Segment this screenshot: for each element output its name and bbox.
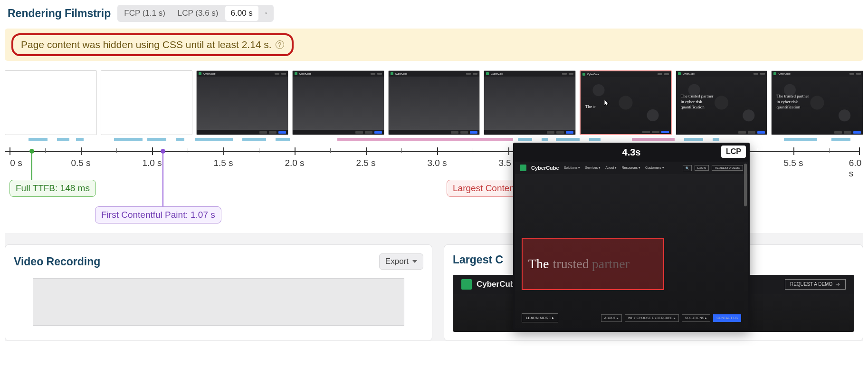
hero-word: trusted	[553, 256, 589, 272]
tick-label: 6.0 s	[849, 158, 861, 179]
footer-btn: SOLUTIONS ▸	[682, 314, 710, 322]
nav-item: Resources ▾	[621, 166, 640, 170]
request-demo-button: REQUEST A DEMO	[712, 165, 743, 171]
tick-label: 0.5 s	[71, 158, 90, 168]
filmstrip-header: Rendering Filmstrip FCP (1.1 s) LCP (3.6…	[5, 5, 863, 22]
hero-word-fade: tr	[593, 104, 596, 109]
timeline-region: 0 s 0.5 s 1.0 s 1.5 s 2.0 s 2.5 s 3.0 s …	[5, 143, 863, 228]
time-range-pill[interactable]: 6.00 s	[225, 6, 258, 21]
lcp-popup-header: 4.3s LCP	[513, 143, 750, 162]
scrollbar[interactable]	[744, 164, 747, 206]
hero-line: quantification	[681, 105, 713, 110]
tick-label: 2.0 s	[285, 158, 304, 168]
filmstrip-frame[interactable]	[101, 70, 193, 135]
filmstrip-frame[interactable]: CyberCube	[196, 70, 288, 135]
hero-line: The trusted partner	[681, 94, 713, 99]
hero-line: in cyber risk	[681, 99, 713, 105]
footer-btn: ABOUT ▸	[601, 314, 622, 322]
time-range-dropdown[interactable]	[259, 8, 273, 19]
chevron-down-icon	[412, 260, 417, 263]
panel-title: Largest C	[453, 253, 503, 266]
lcp-page-nav: CyberCube Solutions ▾ Services ▾ About ▾…	[515, 162, 748, 174]
lcp-marker[interactable]: Largest Conten	[447, 180, 521, 197]
request-demo-button: REQUEST A DEMO	[785, 279, 846, 289]
hero-line: quantification	[776, 105, 809, 110]
export-button[interactable]: Export	[379, 253, 423, 270]
filmstrip-frame[interactable]: CyberCube	[484, 70, 576, 135]
lcp-popup-body: CyberCube Solutions ▾ Services ▾ About ▾…	[515, 162, 748, 328]
video-player[interactable]	[33, 278, 404, 326]
hero-word: partner	[592, 256, 630, 272]
nav-item: Customers ▾	[645, 166, 664, 170]
logo-icon	[461, 279, 472, 290]
filmstrip-frame-lcp[interactable]: CyberCube The tr	[580, 70, 672, 135]
help-icon[interactable]: ?	[276, 40, 284, 49]
hero-word: The	[585, 104, 592, 109]
marker-label: Full TTFB: 148 ms	[16, 183, 90, 193]
tick-label: 2.5 s	[356, 158, 375, 168]
export-label: Export	[385, 257, 409, 266]
video-recording-panel: Video Recording Export	[5, 244, 432, 341]
filmstrip-frame[interactable]: CyberCube	[388, 70, 480, 135]
lcp-popup-time: 4.3s	[622, 147, 641, 158]
login-button: LOGIN	[695, 165, 709, 171]
metric-pill-group: FCP (1.1 s) LCP (3.6 s) 6.00 s	[117, 5, 274, 22]
panel-title: Video Recording	[14, 255, 100, 268]
lcp-pill[interactable]: LCP (3.6 s)	[172, 6, 224, 21]
footer-btn: WHY CHOOSE CYBERCUBE ▸	[625, 314, 679, 322]
tick-label: 0 s	[10, 158, 22, 168]
tick-label: 1.5 s	[213, 158, 233, 168]
ttfb-marker[interactable]: Full TTFB: 148 ms	[10, 180, 96, 197]
fcp-pill[interactable]: FCP (1.1 s)	[118, 6, 171, 21]
logo-icon	[520, 165, 526, 171]
marker-label: Largest Conten	[453, 183, 515, 193]
filmstrip-frame[interactable]: CyberCube The trusted partner in cyber r…	[676, 70, 768, 135]
warning-highlight: Page content was hidden using CSS until …	[11, 33, 294, 56]
filmstrip-frame[interactable]	[5, 70, 97, 135]
contact-button: CONTACT US	[713, 314, 741, 322]
search-icon: 🔍	[683, 165, 692, 171]
filmstrip-row: CyberCube CyberCube CyberCube CyberCube …	[5, 70, 863, 135]
lcp-element-highlight: The trusted partner	[522, 238, 664, 290]
filmstrip-frame[interactable]: CyberCube	[292, 70, 384, 135]
tick-label: 5.5 s	[783, 158, 803, 168]
marker-label: First Contentful Paint: 1.07 s	[101, 210, 215, 220]
nav-item: About ▾	[605, 166, 617, 170]
nav-item: Solutions ▾	[564, 166, 581, 170]
hero-line: in cyber risk	[776, 99, 809, 105]
hero-word: The	[528, 256, 549, 272]
warning-text: Page content was hidden using CSS until …	[21, 39, 272, 50]
tick-label: 3.0 s	[427, 158, 447, 168]
brand-text: CyberCube	[531, 165, 559, 171]
lcp-preview-popup: 4.3s LCP CyberCube Solutions ▾ Services …	[513, 143, 750, 330]
filmstrip-frame[interactable]: CyberCube The trusted partner in cyber r…	[771, 70, 863, 135]
section-title: Rendering Filmstrip	[8, 7, 111, 20]
fcp-marker[interactable]: First Contentful Paint: 1.07 s	[95, 206, 221, 223]
warning-banner: Page content was hidden using CSS until …	[5, 29, 863, 61]
waterfall-bar	[5, 137, 860, 142]
nav-item: Services ▾	[585, 166, 601, 170]
lcp-badge: LCP	[721, 146, 746, 158]
chevron-down-icon	[265, 10, 267, 16]
hero-line: The trusted partner	[776, 94, 809, 99]
tick-label: 1.0 s	[142, 158, 162, 168]
learn-more-button: LEARN MORE ▸	[522, 313, 558, 322]
